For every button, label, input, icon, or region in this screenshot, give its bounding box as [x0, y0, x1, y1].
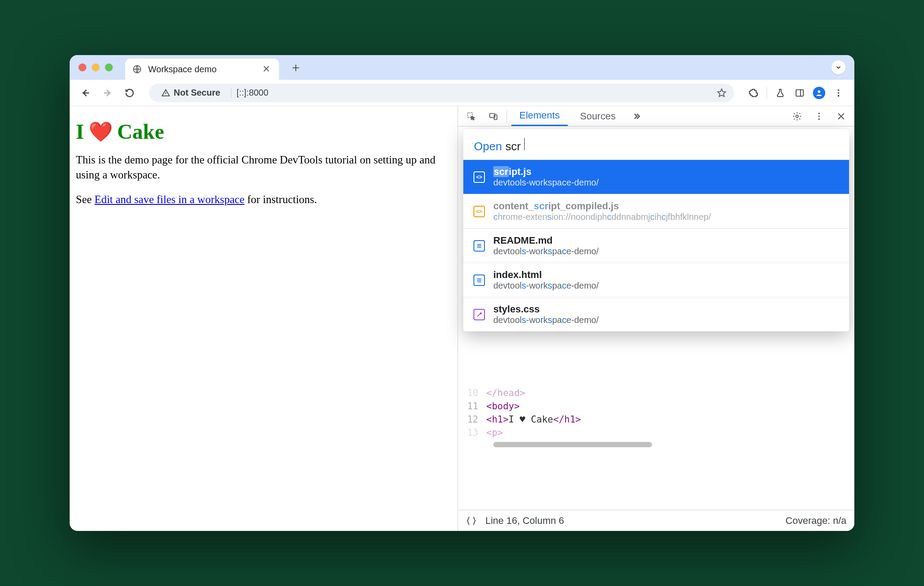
svg-rect-1	[796, 89, 804, 96]
labs-button[interactable]	[771, 84, 789, 102]
tab-search-button[interactable]	[831, 60, 846, 74]
page-heading: I ❤️ Cake	[76, 119, 451, 144]
toolbar: Not Secure [::]:8000	[70, 80, 854, 106]
svg-point-4	[838, 92, 839, 94]
quick-open-result[interactable]: <>content_script_compiled.jschrome-exten…	[463, 194, 849, 228]
result-filename: README.md	[493, 235, 599, 246]
line-number: 12	[464, 414, 486, 425]
back-button[interactable]	[77, 84, 94, 102]
svg-point-11	[818, 115, 820, 117]
quick-open-prompt: Open	[474, 140, 502, 153]
result-path: devtools-workspace-demo/	[493, 315, 599, 325]
line-number: 11	[464, 401, 486, 412]
page-paragraph-1: This is the demo page for the official C…	[76, 152, 451, 182]
code-line[interactable]: 12 <h1>I ♥ Cake</h1>	[458, 413, 854, 426]
titlebar: Workspace demo ✕ ＋	[70, 55, 854, 80]
result-filename: content_script_compiled.js	[493, 200, 711, 212]
workspace-tutorial-link[interactable]: Edit and save files in a workspace	[94, 193, 244, 205]
code-line[interactable]: 10</head>	[458, 386, 854, 400]
quick-open-result[interactable]: README.mddevtools-workspace-demo/	[463, 228, 849, 263]
devtools-panel: Elements Sources Open	[458, 106, 854, 531]
extensions-button[interactable]	[745, 84, 762, 102]
avatar-icon	[813, 87, 825, 99]
toolbar-right	[745, 84, 847, 102]
tab-sources[interactable]: Sources	[572, 106, 624, 126]
new-tab-button[interactable]: ＋	[290, 59, 302, 76]
maximize-window-button[interactable]	[105, 63, 113, 71]
code-line[interactable]: 11<body>	[458, 400, 854, 413]
pretty-print-icon[interactable]	[466, 516, 477, 526]
more-tabs-button[interactable]	[628, 108, 645, 125]
security-chip[interactable]: Not Secure	[156, 86, 226, 100]
tab-title: Workspace demo	[148, 64, 216, 74]
quick-open-result[interactable]: index.htmldevtools-workspace-demo/	[463, 263, 849, 297]
address-bar[interactable]: Not Secure [::]:8000	[149, 84, 734, 102]
devtools-statusbar: Line 16, Column 6 Coverage: n/a	[458, 510, 854, 531]
result-filename: script.js	[493, 166, 599, 178]
stylesheet-file-icon	[473, 308, 485, 321]
svg-point-5	[838, 95, 839, 96]
tab-elements[interactable]: Elements	[511, 106, 568, 126]
cursor-position: Line 16, Column 6	[485, 515, 564, 527]
coverage-status: Coverage: n/a	[786, 515, 846, 527]
devtools-menu-button[interactable]	[810, 108, 828, 125]
warning-icon	[161, 89, 170, 97]
script-file-icon: <>	[473, 171, 485, 183]
settings-button[interactable]	[788, 108, 806, 125]
star-icon[interactable]	[716, 88, 727, 98]
document-file-icon	[473, 274, 485, 286]
close-devtools-button[interactable]	[832, 108, 850, 125]
quick-open-result[interactable]: <>script.jsdevtools-workspace-demo/	[463, 159, 849, 194]
line-number: 10	[464, 388, 486, 398]
browser-window: Workspace demo ✕ ＋ Not Secure [::]:8000	[70, 55, 854, 531]
quick-open-query: scr	[506, 140, 521, 153]
content-area: I ❤️ Cake This is the demo page for the …	[70, 106, 854, 531]
window-controls	[78, 63, 113, 71]
inspect-element-button[interactable]	[462, 108, 480, 125]
security-label: Not Secure	[174, 88, 220, 98]
script-file-icon: <>	[473, 205, 485, 218]
horizontal-scrollbar[interactable]	[493, 442, 652, 447]
browser-tab[interactable]: Workspace demo ✕	[125, 59, 279, 80]
svg-point-10	[818, 112, 820, 114]
quick-open-dialog: Open scr <>script.jsdevtools-workspace-d…	[463, 129, 849, 331]
result-filename: index.html	[493, 269, 599, 281]
quick-open-result[interactable]: styles.cssdevtools-workspace-demo/	[463, 297, 849, 331]
page-paragraph-2: See Edit and save files in a workspace f…	[76, 192, 451, 207]
svg-point-12	[818, 118, 820, 120]
sidepanel-button[interactable]	[791, 84, 808, 102]
svg-point-3	[838, 89, 839, 91]
device-toolbar-button[interactable]	[484, 108, 502, 125]
page-viewport: I ❤️ Cake This is the demo page for the …	[70, 106, 458, 531]
svg-point-9	[796, 115, 798, 118]
url-text: [::]:8000	[237, 88, 268, 98]
result-path: devtools-workspace-demo/	[493, 178, 599, 188]
svg-point-2	[818, 90, 820, 93]
close-tab-button[interactable]: ✕	[262, 63, 270, 75]
document-file-icon	[473, 240, 485, 252]
result-path: chrome-extension://noondiphcddnnabmjcihc…	[493, 212, 711, 222]
minimize-window-button[interactable]	[92, 63, 100, 71]
line-number: 13	[464, 427, 486, 438]
result-path: devtools-workspace-demo/	[493, 281, 599, 291]
close-window-button[interactable]	[78, 63, 86, 71]
result-filename: styles.css	[493, 304, 599, 315]
devtools-tabbar: Elements Sources	[458, 106, 854, 126]
globe-icon	[132, 64, 142, 74]
result-path: devtools-workspace-demo/	[493, 246, 599, 256]
code-line[interactable]: 13 <p>	[458, 426, 854, 439]
heart-icon: ❤️	[89, 120, 113, 143]
reload-button[interactable]	[121, 84, 138, 102]
overflow-menu-button[interactable]	[830, 84, 847, 102]
profile-button[interactable]	[810, 84, 828, 102]
text-caret	[524, 138, 525, 150]
quick-open-results: <>script.jsdevtools-workspace-demo/<>con…	[463, 159, 849, 331]
forward-button[interactable]	[99, 84, 116, 102]
quick-open-search[interactable]: Open scr	[463, 129, 849, 159]
